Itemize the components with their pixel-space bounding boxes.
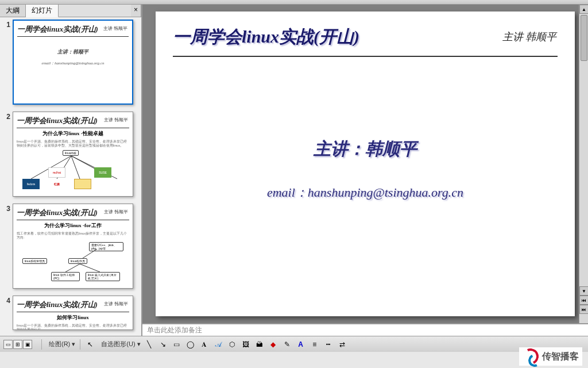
view-buttons: ▭ ⊞ ▣ xyxy=(3,340,32,349)
logo-fedora: fedora xyxy=(22,179,40,189)
editor-panel: 一周学会linux实战(开山) 主讲 韩顺平 主讲：韩顺平 email：hans… xyxy=(142,5,588,336)
panel-tabs: 大綱 幻灯片 × xyxy=(0,5,141,17)
arrow-tool-icon[interactable]: ↘ xyxy=(158,339,168,350)
tab-slides[interactable]: 幻灯片 xyxy=(26,5,59,17)
thumbnail-number: 4 xyxy=(2,297,10,305)
font-color-icon[interactable]: A xyxy=(296,339,306,350)
clipart-tool-icon[interactable]: 🖼 xyxy=(241,339,251,350)
thumb-body-presenter: 主讲：韩顺平 xyxy=(17,48,129,56)
scroll-down-icon[interactable]: ▼ xyxy=(579,286,588,296)
thumb-diagram: linux内核 redhat SUSE fedora 红旗 xyxy=(17,150,129,190)
tab-outline[interactable]: 大綱 xyxy=(0,5,26,17)
watermark: 传智播客 xyxy=(519,347,582,366)
thumbnail-1[interactable]: 一周学会linux实战(开山) 主讲 韩顺平 主讲：韩顺平 email：hans… xyxy=(13,20,133,105)
thumb-text: 找工作来看，软件公司招聘常常需要熟悉linux操作开发，主要是以下几个方向: xyxy=(17,232,129,240)
autoshapes-menu[interactable]: 自选图形(U) ▾ xyxy=(101,340,140,348)
thumbnail-3[interactable]: 一周学会linux实战(开山) 主讲 韩顺平 为什么学习linux -for工作… xyxy=(13,204,133,289)
bottom-toolbar: ▭ ⊞ ▣ 绘图(R) ▾ ↖ 自选图形(U) ▾ ╲ ↘ ▭ ◯ 𝐀 𝒜 ⬡ … xyxy=(0,336,588,352)
thumb-body-email: email：hanshunping@tsinghua.org.cn xyxy=(17,60,129,66)
slide-email[interactable]: email：hanshunping@tsinghua.org.cn xyxy=(173,184,558,201)
slideshow-view-button[interactable]: ▣ xyxy=(23,340,32,349)
separator xyxy=(41,339,42,350)
scroll-up-icon[interactable]: ▲ xyxy=(579,5,588,14)
thumb-subtitle: 为什么学习linux -性能卓越 xyxy=(17,130,129,137)
top-toolbar-strip xyxy=(0,0,588,5)
panel-close-button[interactable]: × xyxy=(131,5,141,17)
thumb-text: linux是一个开源、免费的操作系统，其稳定性、安全性、处理多并发已经得到业界的… xyxy=(17,324,129,330)
thumb-rule xyxy=(17,36,129,37)
line-color-icon[interactable]: ✎ xyxy=(282,339,292,350)
thumbnail-number: 1 xyxy=(2,21,10,29)
thumbnail-row: 3 一周学会linux实战(开山) 主讲 韩顺平 为什么学习linux -for… xyxy=(2,204,139,289)
slide-panel: 大綱 幻灯片 × 1 一周学会linux实战(开山) 主讲 韩顺平 主讲：韩顺平… xyxy=(0,5,142,336)
separator xyxy=(80,339,80,350)
diagram-tool-icon[interactable]: ⬡ xyxy=(227,339,237,350)
thumbnail-list[interactable]: 1 一周学会linux实战(开山) 主讲 韩顺平 主讲：韩顺平 email：ha… xyxy=(0,17,141,336)
thumb-presenter: 主讲 韩顺平 xyxy=(103,25,127,32)
picture-tool-icon[interactable]: 🏔 xyxy=(254,339,265,350)
diagram-lines xyxy=(17,242,129,282)
slide-presenter[interactable]: 主讲：韩顺平 xyxy=(173,137,558,161)
thumbnail-row: 4 一周学会linux实战(开山) 主讲 韩顺平 如何学习linux linux… xyxy=(2,296,139,330)
fill-color-icon[interactable]: ◆ xyxy=(268,339,278,350)
normal-view-button[interactable]: ▭ xyxy=(3,340,13,349)
thumbnail-number: 3 xyxy=(2,205,10,213)
slide-presenter-top[interactable]: 主讲 韩顺平 xyxy=(502,30,557,44)
oval-tool-icon[interactable]: ◯ xyxy=(185,339,196,350)
thumb-subtitle: 为什么学习linux -for工作 xyxy=(17,222,129,229)
svg-line-6 xyxy=(80,264,100,272)
thumb-text: linux是一个开源、免费的操作系统，其稳定性、安全性、处理多并发已经得到业界的… xyxy=(17,140,129,148)
thumb-presenter: 主讲 韩顺平 xyxy=(104,209,128,215)
watermark-text: 传智播客 xyxy=(542,351,579,363)
select-tool-icon[interactable]: ↖ xyxy=(85,339,95,350)
line-weight-icon[interactable]: ≡ xyxy=(310,339,320,350)
prev-slide-icon[interactable]: ⏮ xyxy=(579,296,588,305)
svg-line-5 xyxy=(65,264,80,272)
thumbnail-number: 2 xyxy=(2,113,10,121)
logo-hongqi: 红旗 xyxy=(48,179,65,189)
thumb-rule xyxy=(17,312,129,312)
thumbnail-4[interactable]: 一周学会linux实战(开山) 主讲 韩顺平 如何学习linux linux是一… xyxy=(13,296,133,330)
textbox-tool-icon[interactable]: 𝐀 xyxy=(199,339,210,350)
scrollbar-thumb[interactable] xyxy=(581,15,587,61)
thumbnail-row: 1 一周学会linux实战(开山) 主讲 韩顺平 主讲：韩顺平 email：ha… xyxy=(2,20,139,105)
thumb-rule xyxy=(17,220,129,220)
slide-title[interactable]: 一周学会linux实战(开山) xyxy=(173,25,558,49)
next-slide-icon[interactable]: ⏭ xyxy=(579,305,588,314)
sorter-view-button[interactable]: ⊞ xyxy=(13,340,22,349)
thumbnail-row: 2 一周学会linux实战(开山) 主讲 韩顺平 为什么学习linux -性能卓… xyxy=(2,112,139,197)
main-area: 大綱 幻灯片 × 1 一周学会linux实战(开山) 主讲 韩顺平 主讲：韩顺平… xyxy=(0,5,588,336)
vertical-scrollbar[interactable]: ▲ ▼ ⏮ ⏭ xyxy=(579,5,588,323)
rectangle-tool-icon[interactable]: ▭ xyxy=(172,339,182,350)
svg-line-7 xyxy=(83,249,97,258)
notes-pane[interactable]: 单击此处添加备注 xyxy=(142,323,588,336)
arrow-style-icon[interactable]: ⇄ xyxy=(337,339,347,350)
slide-canvas-area[interactable]: 一周学会linux实战(开山) 主讲 韩顺平 主讲：韩顺平 email：hans… xyxy=(142,5,588,323)
thumb-rule xyxy=(17,128,129,128)
thumb-diagram: 需要C/C++、java、php、jsp等 linux系统管理员 linux程序… xyxy=(17,242,129,282)
slide-rule xyxy=(173,56,558,57)
logo-redhat: redhat xyxy=(48,167,65,178)
thumb-subtitle: 如何学习linux xyxy=(17,314,129,321)
thumbnail-2[interactable]: 一周学会linux实战(开山) 主讲 韩顺平 为什么学习linux -性能卓越 … xyxy=(13,112,133,197)
thumb-presenter: 主讲 韩顺平 xyxy=(104,301,128,307)
watermark-logo-icon xyxy=(523,348,539,365)
dash-style-icon[interactable]: ┅ xyxy=(323,339,334,350)
logo-suse: SUSE xyxy=(94,167,111,178)
line-tool-icon[interactable]: ╲ xyxy=(144,339,154,350)
draw-menu[interactable]: 绘图(R) ▾ xyxy=(49,340,75,348)
main-slide[interactable]: 一周学会linux实战(开山) 主讲 韩顺平 主讲：韩顺平 email：hans… xyxy=(156,12,575,316)
wordart-tool-icon[interactable]: 𝒜 xyxy=(213,339,223,350)
thumb-presenter: 主讲 韩顺平 xyxy=(104,117,128,123)
logo-other xyxy=(74,179,91,189)
